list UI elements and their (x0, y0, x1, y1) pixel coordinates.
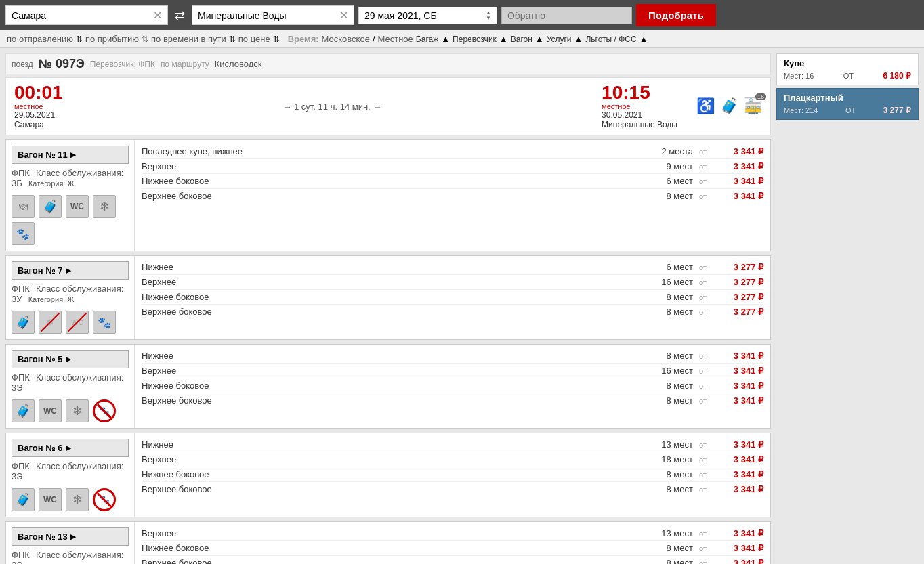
seat-row: Нижнее 13 мест от 3 341 ₽ (142, 437, 763, 452)
seat-name: Верхнее боковое (142, 395, 646, 406)
sort-icon-2: ⇅ (142, 35, 148, 44)
seat-count: 8 мест (646, 307, 693, 317)
clear-to-button[interactable]: ✕ (339, 9, 348, 22)
from-label: от (693, 529, 707, 538)
left-panel: поезд № 097Э Перевозчик: ФПК по маршруту… (5, 53, 771, 564)
seat-price: 3 341 ₽ (709, 484, 763, 494)
wagon-icons-w7: 🧳❄WC🐾 (12, 308, 129, 334)
seat-name: Нижнее боковое (142, 381, 646, 391)
to-input-wrap[interactable]: ✕ (192, 5, 354, 25)
from-label: от (693, 308, 707, 316)
seat-count: 13 мест (646, 439, 693, 450)
benefits-dropdown[interactable]: Льготы / ФСС (585, 35, 636, 44)
seat-row: Верхнее 16 мест от 3 341 ₽ (142, 364, 763, 378)
from-input[interactable] (12, 10, 150, 21)
local-link[interactable]: Местное (378, 34, 413, 44)
wc-icon: WC (66, 195, 89, 218)
plackart-from-label: ОТ (845, 106, 856, 114)
plackart-name: Плацкартный (784, 93, 843, 103)
wagon-right-w13: Верхнее 13 мест от 3 341 ₽ Нижнее боково… (135, 522, 770, 564)
seat-row: Верхнее 16 мест от 3 277 ₽ (142, 275, 763, 290)
services-dropdown[interactable]: Услуги (547, 35, 572, 44)
kupe-header: Купе (784, 58, 911, 68)
depart-time: 00:01 (14, 83, 63, 102)
wagon-button-w11[interactable]: Вагон № 11 ▶ (12, 146, 129, 164)
time-separator: Время: (288, 34, 319, 44)
wagon-operator: ФПК (12, 461, 30, 471)
kupe-name: Купе (784, 58, 804, 68)
sort-icon-1: ⇅ (76, 35, 83, 44)
train-carrier: Перевозчик: ФПК (90, 60, 155, 69)
from-label: от (693, 456, 707, 464)
seat-price: 3 341 ₽ (709, 543, 763, 553)
seat-name: Нижнее боковое (142, 543, 646, 553)
seat-name: Нижнее боковое (142, 469, 646, 479)
seat-count: 8 мест (646, 558, 693, 564)
sort-arrive-link[interactable]: по прибытию (85, 34, 139, 44)
wagon-info-w7: ФПК Класс обслуживания: 3У Категория: Ж (12, 284, 129, 304)
clear-from-button[interactable]: ✕ (153, 9, 162, 22)
seat-name: Нижнее боковое (142, 176, 646, 186)
wagon-button-w13[interactable]: Вагон № 13 ▶ (12, 527, 129, 546)
seat-row: Верхнее боковое 8 мест от 3 341 ₽ (142, 556, 763, 564)
train-label: поезд (12, 60, 33, 69)
sort-depart-link[interactable]: по отправлению (7, 34, 73, 44)
plackart-price: 3 277 ₽ (883, 106, 911, 115)
wagon-button-w5[interactable]: Вагон № 5 ▶ (12, 350, 129, 368)
wagon-right-w5: Нижнее 8 мест от 3 341 ₽ Верхнее 16 мест… (135, 345, 770, 428)
wagon-operator: ФПК (12, 372, 30, 383)
seat-price: 3 341 ₽ (709, 395, 763, 406)
baggage-dropdown[interactable]: Багаж (416, 35, 438, 44)
depart-label: местное (14, 102, 63, 110)
sort-travel-link[interactable]: по времени в пути (151, 34, 226, 44)
seat-row: Нижнее боковое 8 мест от 3 341 ₽ (142, 467, 763, 482)
from-label: от (693, 293, 707, 301)
wagon-info-w5: ФПК Класс обслуживания: 3Э (12, 372, 129, 393)
luggage-icon: 🧳 (12, 399, 35, 422)
back-input-wrap[interactable] (501, 7, 632, 24)
sort-price-link[interactable]: по цене (238, 34, 270, 44)
wagon-card-w6: Вагон № 6 ▶ ФПК Класс обслуживания: 3Э 🧳… (5, 433, 771, 517)
date-arrows[interactable]: ▲ ▼ (486, 10, 491, 21)
duration-text: → 1 сут. 11 ч. 14 мин. → (282, 102, 381, 112)
luggage-icon: 🧳 (720, 97, 738, 115)
seat-count: 18 мест (646, 454, 693, 464)
search-button[interactable]: Подобрать (636, 4, 716, 26)
train-route-link[interactable]: Кисловодск (215, 59, 262, 69)
wagon-card-w7: Вагон № 7 ▶ ФПК Класс обслуживания: 3У К… (5, 255, 771, 340)
seat-price: 3 277 ₽ (709, 277, 763, 287)
back-input[interactable] (507, 10, 626, 21)
plackart-card[interactable]: Плацкартный Мест: 214 ОТ 3 277 ₽ (776, 88, 919, 120)
date-down-arrow[interactable]: ▼ (486, 16, 491, 21)
time-row: 00:01 местное 29.05.2021 Самара → 1 сут.… (5, 77, 771, 135)
swap-button[interactable]: ⇄ (172, 7, 188, 24)
depart-block: 00:01 местное 29.05.2021 Самара (14, 83, 63, 129)
wagon-right-w6: Нижнее 13 мест от 3 341 ₽ Верхнее 18 мес… (135, 433, 770, 517)
date-input-wrap[interactable]: ▲ ▼ (358, 7, 497, 24)
carrier-dropdown[interactable]: Перевозчик (453, 35, 497, 44)
wagon-right-w7: Нижнее 6 мест от 3 277 ₽ Верхнее 16 мест… (135, 256, 770, 339)
from-label: от (693, 397, 707, 405)
from-input-wrap[interactable]: ✕ (5, 5, 168, 25)
wagon-button-w6[interactable]: Вагон № 6 ▶ (12, 439, 129, 457)
seat-row: Верхнее 9 мест от 3 341 ₽ (142, 159, 763, 174)
seat-row: Верхнее 13 мест от 3 341 ₽ (142, 526, 763, 541)
wagon-info-w6: ФПК Класс обслуживания: 3Э (12, 461, 129, 481)
seat-price: 3 341 ₽ (709, 454, 763, 464)
wagon-chevron: ▶ (70, 151, 76, 158)
seat-count: 6 мест (646, 262, 693, 272)
to-input[interactable] (198, 10, 337, 21)
kupe-seats: Мест: 16 (784, 72, 814, 80)
main-content: поезд № 097Э Перевозчик: ФПК по маршруту… (0, 48, 924, 564)
from-label: от (693, 192, 707, 200)
wagon-button-w7[interactable]: Вагон № 7 ▶ (12, 261, 129, 280)
moscow-link[interactable]: Московское (322, 34, 370, 44)
wagon-dropdown[interactable]: Вагон (511, 35, 532, 44)
sort-icon-3: ⇅ (229, 35, 236, 44)
sort-bar: по отправлению ⇅ по прибытию ⇅ по времен… (0, 30, 924, 48)
date-input[interactable] (364, 10, 483, 21)
pet-icon: 🐾 (12, 222, 35, 245)
wagon-badge-count: 16 (755, 93, 766, 100)
seat-row: Нижнее боковое 8 мест от 3 277 ₽ (142, 290, 763, 305)
wagon-icons-w5: 🧳WC❄🐾 (12, 397, 129, 422)
